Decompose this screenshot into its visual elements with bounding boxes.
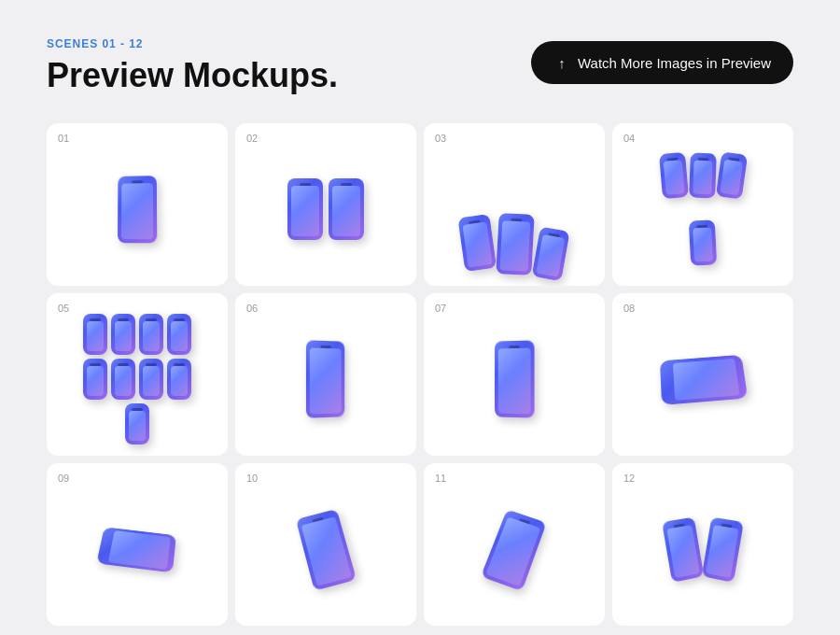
scenes-label: SCENES 01 - 12 <box>47 37 338 50</box>
phone-05-1 <box>83 314 107 355</box>
phone-05-2 <box>111 314 135 355</box>
header-left: SCENES 01 - 12 Preview Mockups. <box>47 37 338 95</box>
phone-03-3 <box>532 227 570 282</box>
cell-number-11: 11 <box>435 473 446 484</box>
phone-01-1 <box>118 176 157 243</box>
scene-10 <box>246 474 405 614</box>
cell-02: 02 <box>235 123 416 286</box>
phone-04-1 <box>659 152 689 199</box>
cell-06: 06 <box>235 293 416 456</box>
phone-08-1 <box>660 355 748 405</box>
cell-number-07: 07 <box>435 303 446 314</box>
scene-09 <box>58 474 217 614</box>
preview-button-label: Watch More Images in Preview <box>578 55 771 71</box>
phone-02-2 <box>329 178 364 240</box>
scene-05 <box>77 304 198 444</box>
phone-05-8 <box>167 359 191 400</box>
phone-12-1 <box>662 516 704 582</box>
scene-08 <box>623 304 782 444</box>
phone-05-9 <box>125 403 149 444</box>
arrow-up-icon: ↑ <box>553 54 570 71</box>
phone-05-4 <box>167 314 191 355</box>
phone-05-3 <box>139 314 163 355</box>
cell-number-12: 12 <box>623 473 635 484</box>
scene-03 <box>435 134 594 275</box>
mockups-grid: 01 02 03 04 05 <box>47 123 793 626</box>
phone-12-2 <box>702 516 744 582</box>
cell-05: 05 <box>47 293 228 456</box>
phone-10-1 <box>296 509 357 591</box>
cell-number-06: 06 <box>246 303 258 314</box>
cell-number-05: 05 <box>58 303 69 314</box>
cell-01: 01 <box>47 123 228 286</box>
cell-07: 07 <box>424 293 605 456</box>
phone-02-1 <box>287 178 323 240</box>
phone-04-4 <box>689 219 717 265</box>
cell-03: 03 <box>424 123 605 286</box>
watch-preview-button[interactable]: ↑ Watch More Images in Preview <box>531 41 793 84</box>
scene-07 <box>435 304 594 444</box>
cell-number-10: 10 <box>246 473 258 484</box>
scene-12 <box>623 474 782 614</box>
cell-12: 12 <box>612 463 793 626</box>
scene-06 <box>246 304 405 444</box>
cell-11: 11 <box>424 463 605 626</box>
phone-04-2 <box>689 153 717 199</box>
phone-03-1 <box>457 214 497 272</box>
cell-number-09: 09 <box>58 473 69 484</box>
page-header: SCENES 01 - 12 Preview Mockups. ↑ Watch … <box>47 37 793 95</box>
phone-05-6 <box>111 359 135 400</box>
phone-07-1 <box>495 340 535 417</box>
page-title: Preview Mockups. <box>47 56 338 95</box>
cell-09: 09 <box>47 463 228 626</box>
scene-11 <box>435 474 594 614</box>
cell-10: 10 <box>235 463 416 626</box>
cell-number-08: 08 <box>623 303 635 314</box>
phone-03-2 <box>496 213 534 275</box>
phone-06-1 <box>306 340 344 418</box>
cell-number-01: 01 <box>58 133 69 144</box>
cell-number-04: 04 <box>623 133 635 144</box>
phone-09-1 <box>96 527 176 572</box>
cell-number-03: 03 <box>435 133 446 144</box>
phone-05-5 <box>83 359 107 400</box>
phone-11-1 <box>481 509 547 591</box>
phone-04-3 <box>716 152 748 200</box>
phone-05-7 <box>139 359 163 400</box>
scene-04 <box>647 134 759 275</box>
cell-04: 04 <box>612 123 793 286</box>
scene-01 <box>58 134 217 275</box>
scene-02 <box>246 134 405 275</box>
cell-number-02: 02 <box>246 133 258 144</box>
cell-08: 08 <box>612 293 793 456</box>
